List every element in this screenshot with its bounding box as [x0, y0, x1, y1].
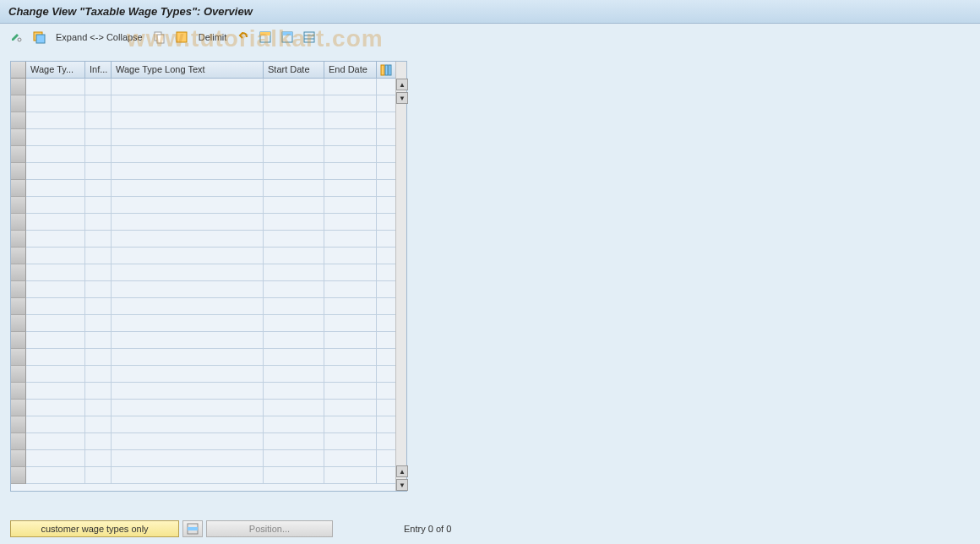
cell-inf[interactable] — [85, 281, 112, 298]
cell-long-text[interactable] — [112, 146, 264, 163]
scroll-up-arrow[interactable]: ▲ — [396, 79, 408, 90]
cell-long-text[interactable] — [112, 231, 264, 248]
table-row[interactable] — [11, 248, 395, 264]
cell-end-date[interactable] — [324, 298, 377, 315]
cell-inf[interactable] — [85, 450, 112, 467]
cell-inf[interactable] — [85, 95, 112, 112]
cell-inf[interactable] — [85, 416, 112, 433]
table-row[interactable] — [11, 163, 395, 180]
cell-inf[interactable] — [85, 366, 112, 383]
cell-wage-type[interactable] — [26, 112, 85, 129]
table-row[interactable] — [11, 180, 395, 197]
cell-end-date[interactable] — [324, 383, 377, 400]
undo-button[interactable] — [235, 30, 252, 45]
table-row[interactable] — [11, 264, 395, 281]
cell-start-date[interactable] — [264, 298, 324, 315]
cell-end-date[interactable] — [324, 349, 377, 366]
cell-inf[interactable] — [85, 248, 112, 264]
cell-start-date[interactable] — [264, 467, 324, 484]
cell-end-date[interactable] — [324, 450, 377, 467]
cell-start-date[interactable] — [264, 214, 324, 231]
row-selector[interactable] — [11, 197, 26, 214]
table-row[interactable] — [11, 366, 395, 383]
row-selector[interactable] — [11, 231, 26, 248]
cell-end-date[interactable] — [324, 332, 377, 349]
column-header-inf[interactable]: Inf... — [85, 62, 112, 79]
row-selector[interactable] — [11, 163, 26, 180]
cell-long-text[interactable] — [112, 95, 264, 112]
cell-wage-type[interactable] — [26, 450, 85, 467]
cell-long-text[interactable] — [112, 197, 264, 214]
row-selector[interactable] — [11, 264, 26, 281]
cell-start-date[interactable] — [264, 146, 324, 163]
column-header-end-date[interactable]: End Date — [324, 62, 377, 79]
cell-start-date[interactable] — [264, 349, 324, 366]
cell-inf[interactable] — [85, 433, 112, 450]
cell-long-text[interactable] — [112, 264, 264, 281]
cell-end-date[interactable] — [324, 248, 377, 264]
cell-start-date[interactable] — [264, 248, 324, 264]
cell-long-text[interactable] — [112, 248, 264, 264]
cell-long-text[interactable] — [112, 298, 264, 315]
table-row[interactable] — [11, 129, 395, 146]
table-row[interactable] — [11, 298, 395, 315]
cell-long-text[interactable] — [112, 129, 264, 146]
cell-end-date[interactable] — [324, 214, 377, 231]
cell-inf[interactable] — [85, 383, 112, 400]
row-selector[interactable] — [11, 332, 26, 349]
table-config-icon[interactable] — [377, 62, 395, 79]
cell-long-text[interactable] — [112, 112, 264, 129]
cell-start-date[interactable] — [264, 433, 324, 450]
row-selector[interactable] — [11, 112, 26, 129]
cell-start-date[interactable] — [264, 366, 324, 383]
table-row[interactable] — [11, 433, 395, 450]
cell-end-date[interactable] — [324, 180, 377, 197]
cell-wage-type[interactable] — [26, 146, 85, 163]
cell-wage-type[interactable] — [26, 95, 85, 112]
delimit-button[interactable]: Delimit — [195, 32, 231, 42]
column-header-wage-type[interactable]: Wage Ty... — [26, 62, 85, 79]
row-selector[interactable] — [11, 366, 26, 383]
cell-wage-type[interactable] — [26, 197, 85, 214]
scroll-down-arrow-bottom[interactable]: ▼ — [396, 479, 408, 491]
cell-wage-type[interactable] — [26, 129, 85, 146]
table-row[interactable] — [11, 450, 395, 467]
copy-button[interactable] — [151, 30, 168, 45]
cell-wage-type[interactable] — [26, 332, 85, 349]
cell-end-date[interactable] — [324, 264, 377, 281]
cell-start-date[interactable] — [264, 450, 324, 467]
cell-start-date[interactable] — [264, 129, 324, 146]
cell-end-date[interactable] — [324, 281, 377, 298]
cell-start-date[interactable] — [264, 281, 324, 298]
cell-end-date[interactable] — [324, 231, 377, 248]
cell-end-date[interactable] — [324, 163, 377, 180]
row-selector[interactable] — [11, 79, 26, 95]
cell-wage-type[interactable] — [26, 383, 85, 400]
select-all-toolbar-button[interactable] — [173, 30, 190, 45]
select-all-button[interactable] — [30, 30, 47, 45]
cell-wage-type[interactable] — [26, 416, 85, 433]
cell-end-date[interactable] — [324, 467, 377, 484]
row-selector[interactable] — [11, 383, 26, 400]
cell-inf[interactable] — [85, 79, 112, 95]
cell-start-date[interactable] — [264, 197, 324, 214]
cell-start-date[interactable] — [264, 332, 324, 349]
cell-start-date[interactable] — [264, 180, 324, 197]
cell-wage-type[interactable] — [26, 366, 85, 383]
cell-wage-type[interactable] — [26, 248, 85, 264]
cell-wage-type[interactable] — [26, 231, 85, 248]
table-row[interactable] — [11, 197, 395, 214]
cell-long-text[interactable] — [112, 366, 264, 383]
cell-wage-type[interactable] — [26, 467, 85, 484]
row-selector[interactable] — [11, 180, 26, 197]
cell-start-date[interactable] — [264, 416, 324, 433]
row-selector[interactable] — [11, 281, 26, 298]
cell-wage-type[interactable] — [26, 315, 85, 332]
cell-start-date[interactable] — [264, 315, 324, 332]
cell-wage-type[interactable] — [26, 400, 85, 416]
row-selector[interactable] — [11, 248, 26, 264]
table-row[interactable] — [11, 214, 395, 231]
table-row[interactable] — [11, 467, 395, 484]
grid-deselect-button[interactable] — [279, 30, 296, 45]
cell-inf[interactable] — [85, 349, 112, 366]
